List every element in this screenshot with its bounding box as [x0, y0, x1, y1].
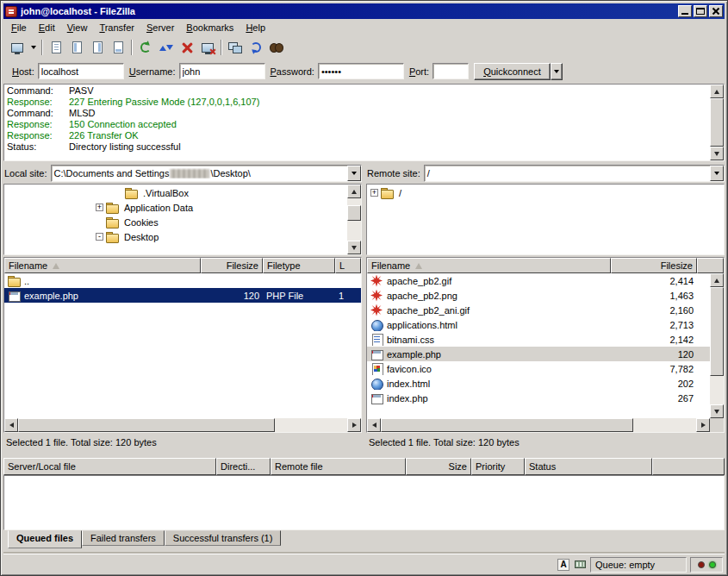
file-row[interactable]: applications.html2,713	[367, 317, 710, 332]
toggle-local-tree-button[interactable]	[66, 38, 87, 57]
menu-file[interactable]: File	[5, 21, 33, 34]
transfer-queue-list[interactable]	[3, 475, 725, 530]
username-input[interactable]	[179, 63, 265, 79]
tree-item[interactable]: .VirtualBox	[4, 185, 347, 200]
scroll-up-button[interactable]	[710, 85, 724, 98]
toggle-queue-button[interactable]	[108, 38, 128, 57]
local-hscrollbar[interactable]	[4, 418, 361, 432]
tree-item[interactable]: Cookies	[4, 215, 347, 229]
file-row[interactable]: apache_pb2.png1,463	[367, 288, 710, 303]
quickconnect-button[interactable]: Quickconnect	[474, 63, 551, 80]
port-input[interactable]	[432, 63, 469, 79]
file-row[interactable]: apache_pb2_ani.gif2,160	[367, 303, 710, 317]
site-manager-dropdown-button[interactable]	[28, 38, 39, 57]
tab-queued-files[interactable]: Queued files	[8, 530, 82, 548]
toggle-log-button[interactable]	[46, 38, 66, 57]
queue-column-remote-file[interactable]: Remote file	[271, 458, 406, 475]
scroll-down-button[interactable]	[710, 404, 724, 418]
queue-column-priority[interactable]: Priority	[471, 458, 525, 475]
minimize-button[interactable]	[678, 5, 692, 17]
compare-button[interactable]	[225, 38, 246, 57]
sort-asc-icon	[53, 263, 59, 269]
column-header-filetype[interactable]: Filetype	[263, 258, 335, 273]
column-header-filesize[interactable]: Filesize	[611, 258, 697, 273]
column-header-filename[interactable]: Filename	[367, 258, 611, 273]
scroll-right-button[interactable]	[347, 418, 361, 432]
file-row[interactable]: favicon.ico7,782	[367, 361, 710, 376]
cancel-button[interactable]	[177, 38, 197, 57]
menu-bookmarks[interactable]: Bookmarks	[180, 21, 240, 34]
refresh-button[interactable]	[135, 38, 156, 57]
tab-successful-transfers[interactable]: Successful transfers (1)	[165, 530, 282, 546]
expander-plus-icon[interactable]: +	[370, 189, 378, 197]
scrollbar-thumb[interactable]	[710, 287, 724, 376]
host-input[interactable]	[38, 63, 124, 79]
log-line: Command:PASV	[7, 85, 707, 97]
ico-file-icon	[370, 363, 383, 375]
local-tree-scrollbar[interactable]	[347, 185, 361, 254]
remote-list-scrollbar[interactable]	[710, 273, 724, 418]
column-header-filename[interactable]: Filename	[4, 258, 201, 273]
toggle-remote-tree-button[interactable]	[87, 38, 108, 57]
scroll-down-button[interactable]	[347, 241, 361, 254]
file-row-selected[interactable]: example.php 120 PHP File 1	[4, 288, 361, 303]
scrollbar-thumb[interactable]	[381, 418, 633, 432]
expander-plus-icon[interactable]: +	[96, 203, 103, 211]
remote-hscrollbar[interactable]	[367, 418, 724, 432]
remote-path-combo[interactable]: /	[424, 165, 725, 182]
queue-column-size[interactable]: Size	[406, 458, 471, 475]
close-button[interactable]	[709, 5, 723, 17]
titlebar[interactable]: john@localhost - FileZilla	[3, 3, 725, 19]
file-row[interactable]: bitnami.css2,142	[367, 332, 710, 347]
password-input[interactable]	[318, 63, 404, 79]
scroll-right-button[interactable]	[696, 418, 710, 432]
menu-view[interactable]: View	[61, 21, 94, 34]
log-scrollbar[interactable]	[710, 85, 724, 160]
local-path-dropdown-button[interactable]	[347, 166, 361, 181]
file-row-selected[interactable]: example.php120	[367, 347, 710, 361]
find-button[interactable]	[266, 38, 287, 57]
scroll-left-button[interactable]	[4, 418, 18, 432]
scroll-left-button[interactable]	[367, 418, 381, 432]
scrollbar-thumb[interactable]	[710, 98, 724, 147]
quickconnect-dropdown-button[interactable]	[551, 63, 563, 80]
file-row[interactable]: index.php267	[367, 391, 710, 405]
scroll-up-button[interactable]	[710, 273, 724, 287]
redacted-username	[170, 169, 209, 178]
scrollbar-thumb[interactable]	[18, 418, 275, 432]
scrollbar-thumb[interactable]	[347, 205, 361, 221]
menu-server[interactable]: Server	[140, 21, 180, 34]
local-path-combo[interactable]: C:\Documents and Settings \Desktop\	[51, 165, 362, 182]
tree-item[interactable]: -Desktop	[4, 229, 347, 244]
site-manager-button[interactable]	[7, 38, 28, 57]
tree-item[interactable]: +Application Data	[4, 200, 347, 215]
menu-edit[interactable]: Edit	[33, 21, 61, 34]
file-row[interactable]: apache_pb2.gif2,414	[367, 273, 710, 288]
file-type: PHP File	[263, 291, 335, 301]
file-row[interactable]: ..	[4, 273, 361, 288]
filezilla-window: john@localhost - FileZilla File Edit Vie…	[0, 0, 728, 576]
tree-item[interactable]: +/	[367, 185, 724, 200]
remote-path-dropdown-button[interactable]	[710, 166, 724, 181]
disconnect-button[interactable]	[197, 38, 218, 57]
remote-site-label: Remote site:	[367, 168, 420, 178]
sync-browsing-button[interactable]	[246, 38, 266, 57]
file-row[interactable]: index.html202	[367, 376, 710, 391]
maximize-button[interactable]	[694, 5, 707, 17]
queue-column-direction[interactable]: Directi...	[216, 458, 271, 475]
file-name: example.php	[24, 291, 78, 301]
column-header-lastmodified[interactable]: L	[335, 258, 361, 273]
scroll-down-button[interactable]	[710, 147, 724, 160]
image-file-icon	[370, 290, 383, 302]
menu-help[interactable]: Help	[240, 21, 271, 34]
tab-failed-transfers[interactable]: Failed transfers	[82, 530, 165, 546]
scroll-up-button[interactable]	[347, 185, 361, 198]
local-pane: Local site: C:\Documents and Settings \D…	[3, 165, 362, 452]
process-queue-button[interactable]	[156, 38, 177, 57]
queue-column-status[interactable]: Status	[525, 458, 652, 475]
expander-minus-icon[interactable]: -	[96, 233, 103, 241]
column-header-filesize[interactable]: Filesize	[201, 258, 263, 273]
keypad-icon	[573, 558, 587, 571]
queue-column-local-file[interactable]: Server/Local file	[3, 458, 216, 475]
menu-transfer[interactable]: Transfer	[93, 21, 140, 34]
